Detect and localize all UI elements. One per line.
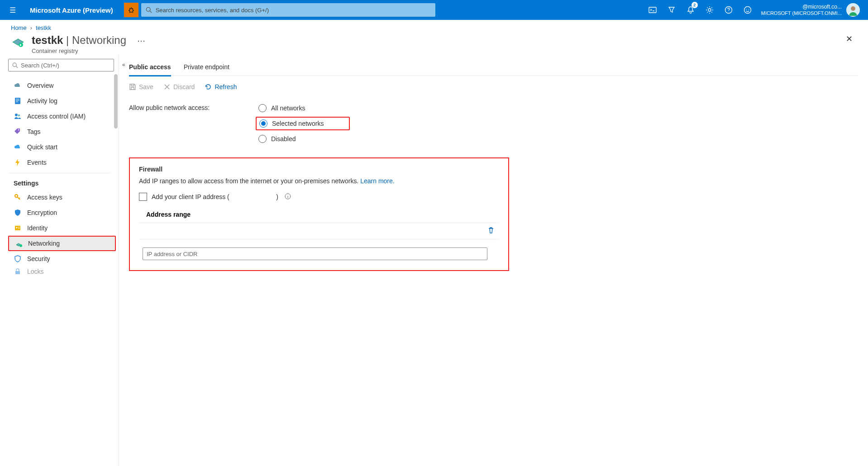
firewall-desc-text: Add IP ranges to allow access from the i… [139, 177, 360, 185]
sidebar-item-encryption[interactable]: Encryption [8, 205, 119, 220]
sidebar-item-label: Locks [27, 268, 44, 275]
delete-row-button[interactable] [487, 227, 496, 236]
discard-button[interactable]: Discard [163, 83, 195, 90]
more-actions-button[interactable]: ⋯ [137, 34, 145, 46]
firewall-title: Firewall [139, 166, 499, 173]
sidebar-item-activity-log[interactable]: Activity log [8, 93, 119, 109]
sidebar-item-locks[interactable]: Locks [8, 266, 119, 276]
hamburger-icon[interactable]: ☰ [4, 6, 22, 14]
svg-point-18 [16, 227, 18, 228]
sidebar: Search (Ctrl+/) « Overview Activity log … [0, 54, 119, 466]
refresh-button[interactable]: Refresh [205, 83, 237, 90]
ip-placeholder-text: IP address or CIDR [147, 251, 197, 257]
svg-point-5 [744, 7, 751, 14]
body-container: Search (Ctrl+/) « Overview Activity log … [0, 54, 868, 466]
sidebar-item-label: Security [27, 255, 50, 262]
close-blade-button[interactable]: ✕ [841, 34, 857, 44]
sidebar-item-label: Quick start [27, 143, 57, 151]
learn-more-link[interactable]: Learn more. [360, 177, 394, 185]
feedback-button[interactable] [739, 0, 757, 20]
svg-point-1 [146, 7, 150, 11]
network-icon [14, 239, 23, 247]
address-range-header: Address range [139, 208, 499, 223]
lock-icon [14, 267, 22, 276]
discard-icon [163, 83, 171, 90]
page-title: testkk | Networking [32, 34, 126, 47]
radio-group: All networks Selected networks Disabled [256, 103, 350, 144]
log-icon [14, 97, 22, 105]
main-content: Public access Private endpoint Save Disc… [119, 54, 868, 466]
checkbox-icon[interactable] [139, 193, 147, 201]
user-menu[interactable]: @microsoft.co... MICROSOFT (MICROSOFT.ON… [757, 3, 864, 17]
svg-point-0 [129, 9, 133, 12]
sidebar-item-label: Access keys [27, 194, 62, 201]
bug-icon [128, 6, 135, 14]
svg-point-9 [851, 6, 855, 11]
radio-all-networks[interactable]: All networks [256, 103, 350, 113]
user-email: @microsoft.co... [761, 4, 842, 10]
notifications-button[interactable]: 2 [682, 0, 700, 20]
sidebar-item-access-keys[interactable]: Access keys [8, 190, 119, 205]
radio-selected-networks[interactable]: Selected networks [256, 117, 350, 130]
container-registry-icon [11, 36, 25, 50]
sidebar-item-events[interactable]: Events [8, 155, 119, 170]
breadcrumb-current[interactable]: testkk [36, 24, 51, 31]
help-button[interactable] [720, 0, 738, 20]
global-search-input[interactable]: Search resources, services, and docs (G+… [141, 3, 435, 17]
sidebar-item-label: Events [27, 159, 47, 166]
bolt-icon [14, 158, 22, 166]
cloud-shell-button[interactable] [644, 0, 662, 20]
svg-point-15 [18, 129, 19, 130]
sidebar-item-quick-start[interactable]: Quick start [8, 139, 119, 155]
resource-type: Container registry [32, 48, 126, 54]
title-row: testkk | Networking Container registry ⋯… [0, 34, 868, 54]
info-icon[interactable] [285, 193, 291, 201]
sidebar-search-input[interactable]: Search (Ctrl+/) [8, 59, 114, 71]
svg-point-6 [746, 9, 747, 10]
chevron-right-icon: › [30, 24, 32, 31]
radio-label: Selected networks [272, 120, 324, 127]
sidebar-item-networking[interactable]: Networking [8, 236, 116, 251]
toolbar: Save Discard Refresh [129, 76, 858, 94]
tab-private-endpoint[interactable]: Private endpoint [184, 61, 229, 76]
radio-label: All networks [271, 105, 305, 112]
product-name[interactable]: Microsoft Azure (Preview) [22, 6, 121, 14]
add-client-ip-row[interactable]: Add your client IP address ( xxx.xxx.xxx… [139, 193, 499, 201]
tenant-name: MICROSOFT (MICROSOFT.ONMI... [761, 10, 842, 16]
radio-disabled[interactable]: Disabled [256, 134, 350, 144]
preview-bug-button[interactable] [124, 3, 138, 17]
scrollbar-thumb[interactable] [114, 74, 118, 128]
radio-icon [258, 135, 267, 143]
sidebar-item-identity[interactable]: Identity [8, 220, 119, 236]
radio-icon [259, 119, 267, 128]
sidebar-item-access-control[interactable]: Access control (IAM) [8, 109, 119, 124]
check-label: Add your client IP address ( xxx.xxx.xxx… [152, 193, 278, 200]
shield-icon [14, 209, 22, 217]
sidebar-scrollbar[interactable] [112, 74, 119, 328]
tab-bar: Public access Private endpoint [129, 61, 858, 76]
sidebar-item-label: Activity log [27, 97, 57, 105]
header-icon-group: 2 [644, 0, 757, 20]
discard-label: Discard [173, 83, 195, 90]
network-access-label: Allow public network access: [129, 103, 256, 111]
people-icon [14, 112, 22, 120]
radio-label: Disabled [271, 135, 296, 143]
settings-button[interactable] [701, 0, 719, 20]
address-range-row [139, 223, 499, 239]
svg-point-3 [708, 9, 711, 11]
save-button[interactable]: Save [129, 83, 153, 90]
sidebar-search-placeholder: Search (Ctrl+/) [21, 62, 59, 69]
nav-list: Overview Activity log Access control (IA… [8, 78, 119, 276]
tab-public-access[interactable]: Public access [129, 61, 171, 76]
ip-address-input[interactable]: IP address or CIDR [143, 247, 487, 260]
svg-point-7 [748, 9, 749, 10]
directory-filter-button[interactable] [663, 0, 681, 20]
identity-icon [14, 224, 22, 232]
firewall-section: Firewall Add IP ranges to allow access f… [129, 157, 509, 271]
sidebar-item-overview[interactable]: Overview [8, 78, 119, 93]
sidebar-item-tags[interactable]: Tags [8, 124, 119, 139]
refresh-label: Refresh [215, 83, 237, 90]
sidebar-item-security[interactable]: Security [8, 251, 119, 266]
sidebar-item-label: Overview [27, 82, 53, 89]
breadcrumb-home[interactable]: Home [11, 24, 27, 31]
